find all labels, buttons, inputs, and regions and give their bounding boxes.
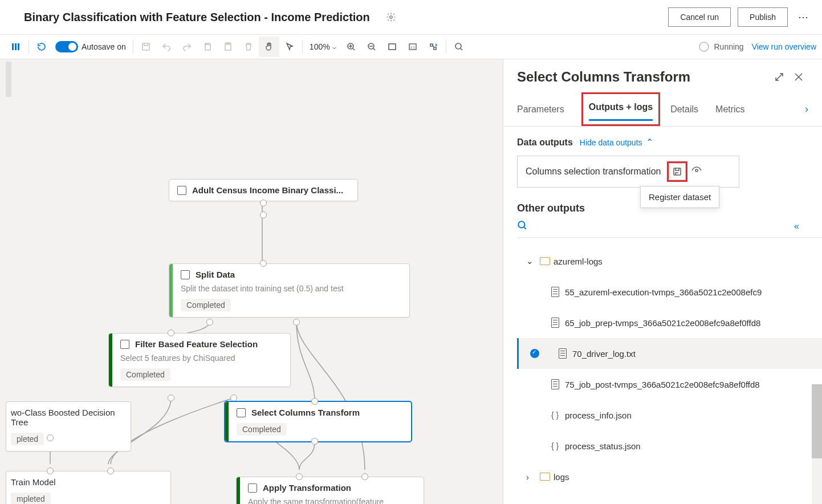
svg-rect-4	[143, 43, 149, 50]
panel-title: Select Columns Transform	[517, 69, 770, 85]
delete-icon	[238, 36, 259, 57]
node-apply-transformation[interactable]: Apply Transformation Apply the same tran…	[236, 477, 424, 504]
svg-rect-10	[389, 44, 396, 50]
tree-file[interactable]: { } process_info.json	[517, 400, 822, 430]
cancel-run-button[interactable]: Cancel run	[668, 7, 731, 27]
close-icon[interactable]	[789, 67, 808, 87]
port[interactable]	[311, 398, 318, 405]
file-icon	[551, 287, 559, 297]
status-badge: Completed	[181, 299, 231, 311]
expand-icon[interactable]	[770, 67, 789, 87]
tab-outputs-logs[interactable]: Outputs + logs	[589, 95, 653, 121]
port[interactable]	[293, 319, 300, 326]
pointer-icon[interactable]	[279, 36, 300, 57]
split-icon	[181, 270, 190, 279]
node-two-class-boosted[interactable]: wo-Class Boosted Decision Tree pleted	[6, 401, 131, 452]
port[interactable]	[47, 468, 54, 474]
node-filter-selection[interactable]: Filter Based Feature Selection Select 5 …	[108, 333, 291, 387]
spinner-icon	[699, 42, 709, 52]
svg-text:1:1: 1:1	[410, 46, 415, 49]
redo-icon	[177, 36, 197, 57]
zoom-in-icon[interactable]	[341, 36, 361, 57]
fit-screen-icon[interactable]	[382, 36, 402, 57]
view-run-overview-link[interactable]: View run overview	[752, 42, 816, 51]
svg-point-13	[455, 43, 461, 49]
search-icon[interactable]	[449, 36, 469, 57]
preview-icon[interactable]	[691, 166, 702, 177]
save-icon	[136, 36, 156, 57]
svg-rect-3	[18, 43, 19, 50]
autosave-toggle[interactable]	[55, 41, 78, 52]
folder-icon	[540, 257, 550, 265]
panel-icon[interactable]	[6, 36, 26, 57]
svg-rect-14	[674, 168, 681, 175]
node-train-model[interactable]: Train Model mpleted	[6, 471, 171, 504]
port[interactable]	[260, 200, 267, 206]
port[interactable]	[168, 395, 174, 401]
tooltip: Register dataset	[640, 186, 719, 208]
chevron-right-icon: ›	[526, 472, 540, 482]
register-dataset-icon[interactable]	[669, 163, 686, 180]
page-title: Binary Classification with Feature Selec…	[24, 11, 370, 24]
port[interactable]	[361, 473, 368, 480]
tab-parameters[interactable]: Parameters	[517, 97, 564, 121]
refresh-icon[interactable]	[31, 36, 52, 57]
folder-icon	[540, 473, 550, 481]
search-icon[interactable]	[517, 220, 527, 233]
tree-folder-logs[interactable]: › logs	[517, 461, 822, 492]
json-icon: { }	[551, 410, 559, 420]
chevron-up-icon[interactable]: ⌃	[646, 137, 653, 148]
node-split-data[interactable]: Split Data Split the dataset into traini…	[169, 263, 410, 318]
tree-file[interactable]: 65_job_prep-tvmps_366a5021c2e008efc9a8ef…	[517, 307, 822, 338]
scrollbar[interactable]	[812, 384, 822, 504]
autosave-label: Autosave on	[82, 42, 126, 51]
output-name: Columns selection transformation	[526, 166, 661, 177]
port[interactable]	[296, 473, 303, 480]
apply-icon	[248, 483, 257, 493]
port[interactable]	[107, 468, 114, 474]
tree-file[interactable]: 55_azureml-execution-tvmps_366a5021c2e00…	[517, 277, 822, 307]
actual-size-icon[interactable]: 1:1	[402, 36, 423, 57]
tab-details[interactable]: Details	[670, 97, 698, 121]
node-select-columns-transform[interactable]: Select Columns Transform Completed	[225, 401, 412, 442]
status-running-label: Running	[714, 42, 743, 51]
canvas-left-handle[interactable]	[6, 62, 11, 97]
svg-point-15	[695, 169, 698, 172]
chevron-down-icon: ⌄	[526, 256, 540, 266]
collapse-panel-icon[interactable]: «	[794, 221, 799, 231]
status-badge: Completed	[237, 423, 287, 436]
file-icon	[551, 379, 559, 389]
gear-icon[interactable]	[386, 12, 396, 22]
port[interactable]	[168, 330, 174, 336]
port[interactable]	[260, 212, 267, 218]
filter-icon	[120, 340, 129, 349]
port[interactable]	[206, 319, 213, 326]
svg-rect-2	[15, 43, 17, 50]
svg-point-16	[518, 221, 524, 227]
paste-icon	[218, 36, 238, 57]
more-icon[interactable]: ⋯	[798, 11, 808, 23]
port[interactable]	[230, 395, 237, 401]
tree-file[interactable]: { } process_status.json	[517, 430, 822, 461]
port[interactable]	[47, 434, 54, 441]
tree-file-selected[interactable]: 70_driver_log.txt	[517, 338, 822, 369]
svg-rect-5	[205, 44, 210, 50]
svg-rect-1	[12, 43, 14, 50]
status-badge: pleted	[11, 433, 44, 445]
data-outputs-label: Data outputs	[517, 137, 573, 148]
port[interactable]	[260, 260, 267, 267]
publish-button[interactable]: Publish	[738, 7, 788, 27]
pan-icon[interactable]	[259, 36, 279, 57]
file-icon	[551, 318, 559, 328]
hide-data-outputs-link[interactable]: Hide data outputs	[580, 138, 642, 147]
tab-scroll-right-icon[interactable]: ›	[805, 103, 808, 115]
port[interactable]	[311, 438, 318, 445]
zoom-out-icon[interactable]	[361, 36, 382, 57]
autolayout-icon[interactable]	[423, 36, 443, 57]
check-icon	[530, 349, 539, 358]
tree-folder-azureml-logs[interactable]: ⌄ azureml-logs	[517, 246, 822, 277]
zoom-label[interactable]: 100%⌵	[310, 42, 336, 51]
tree-file[interactable]: 75_job_post-tvmps_366a5021c2e008efc9a8ef…	[517, 369, 822, 400]
node-dataset[interactable]: Adult Census Income Binary Classi...	[169, 179, 358, 201]
tab-metrics[interactable]: Metrics	[715, 97, 745, 121]
